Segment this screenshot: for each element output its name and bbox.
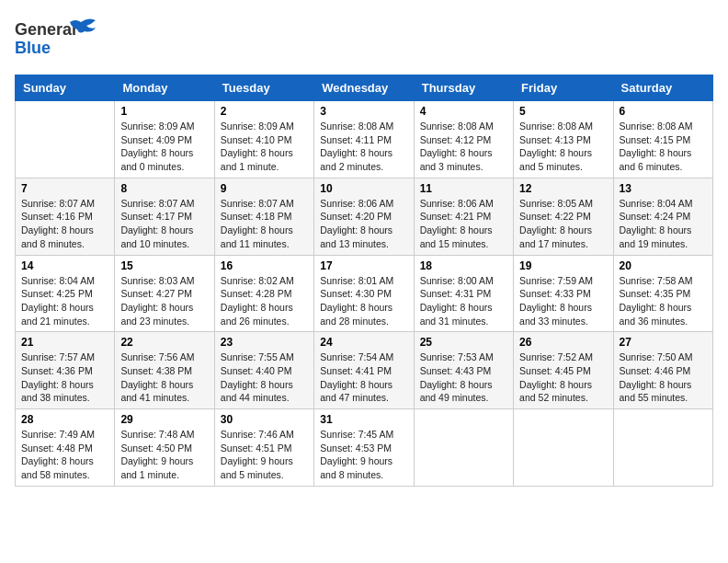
day-cell: 25Sunrise: 7:53 AMSunset: 4:43 PMDayligh…: [414, 332, 513, 409]
page-header: General Blue: [15, 15, 713, 65]
day-info: Sunrise: 7:48 AMSunset: 4:50 PMDaylight:…: [120, 428, 208, 482]
day-info: Sunrise: 8:08 AMSunset: 4:15 PMDaylight:…: [620, 120, 707, 174]
weekday-header-wednesday: Wednesday: [314, 75, 414, 101]
day-info: Sunrise: 7:46 AMSunset: 4:51 PMDaylight:…: [221, 428, 308, 482]
day-cell: 15Sunrise: 8:03 AMSunset: 4:27 PMDayligh…: [115, 255, 214, 332]
day-info: Sunrise: 7:56 AMSunset: 4:38 PMDaylight:…: [120, 350, 208, 405]
day-number: 14: [21, 259, 108, 272]
svg-text:Blue: Blue: [15, 39, 51, 57]
weekday-header-tuesday: Tuesday: [214, 75, 313, 101]
day-info: Sunrise: 7:59 AMSunset: 4:33 PMDaylight:…: [519, 274, 607, 328]
day-number: 11: [420, 182, 507, 195]
day-info: Sunrise: 7:45 AMSunset: 4:53 PMDaylight:…: [320, 428, 407, 482]
day-info: Sunrise: 8:04 AMSunset: 4:25 PMDaylight:…: [21, 274, 108, 328]
svg-text:General: General: [15, 20, 76, 39]
day-info: Sunrise: 8:05 AMSunset: 4:22 PMDaylight:…: [519, 197, 607, 251]
day-number: 4: [420, 105, 507, 118]
logo-svg: General Blue: [15, 15, 107, 65]
day-info: Sunrise: 8:07 AMSunset: 4:17 PMDaylight:…: [120, 197, 208, 251]
day-number: 25: [420, 336, 507, 349]
day-info: Sunrise: 7:58 AMSunset: 4:35 PMDaylight:…: [620, 274, 707, 328]
day-cell: 29Sunrise: 7:48 AMSunset: 4:50 PMDayligh…: [115, 409, 214, 487]
day-cell: [514, 409, 613, 487]
day-info: Sunrise: 7:57 AMSunset: 4:36 PMDaylight:…: [21, 350, 108, 405]
day-cell: 5Sunrise: 8:08 AMSunset: 4:13 PMDaylight…: [514, 101, 613, 178]
day-cell: 28Sunrise: 7:49 AMSunset: 4:48 PMDayligh…: [16, 409, 115, 487]
weekday-header-sunday: Sunday: [16, 75, 115, 101]
day-info: Sunrise: 8:08 AMSunset: 4:13 PMDaylight:…: [519, 120, 607, 174]
day-info: Sunrise: 7:52 AMSunset: 4:45 PMDaylight:…: [519, 350, 607, 405]
day-info: Sunrise: 8:07 AMSunset: 4:16 PMDaylight:…: [21, 197, 108, 251]
weekday-header-thursday: Thursday: [414, 75, 513, 101]
day-number: 3: [320, 105, 407, 118]
day-number: 1: [120, 105, 208, 118]
day-number: 27: [620, 336, 707, 349]
day-cell: 12Sunrise: 8:05 AMSunset: 4:22 PMDayligh…: [514, 178, 613, 255]
week-row-1: 1Sunrise: 8:09 AMSunset: 4:09 PMDaylight…: [16, 101, 713, 178]
day-number: 16: [221, 259, 308, 272]
weekday-header-saturday: Saturday: [613, 75, 712, 101]
day-info: Sunrise: 8:06 AMSunset: 4:21 PMDaylight:…: [420, 197, 507, 251]
day-info: Sunrise: 8:03 AMSunset: 4:27 PMDaylight:…: [120, 274, 208, 328]
day-number: 6: [620, 105, 707, 118]
day-number: 18: [420, 259, 507, 272]
day-cell: 30Sunrise: 7:46 AMSunset: 4:51 PMDayligh…: [214, 409, 313, 487]
day-cell: 4Sunrise: 8:08 AMSunset: 4:12 PMDaylight…: [414, 101, 513, 178]
day-cell: 17Sunrise: 8:01 AMSunset: 4:30 PMDayligh…: [314, 255, 414, 332]
day-cell: 8Sunrise: 8:07 AMSunset: 4:17 PMDaylight…: [115, 178, 214, 255]
day-number: 19: [519, 259, 607, 272]
day-cell: 20Sunrise: 7:58 AMSunset: 4:35 PMDayligh…: [613, 255, 712, 332]
day-number: 31: [320, 413, 407, 426]
day-number: 2: [221, 105, 308, 118]
day-cell: 31Sunrise: 7:45 AMSunset: 4:53 PMDayligh…: [314, 409, 414, 487]
day-info: Sunrise: 8:02 AMSunset: 4:28 PMDaylight:…: [221, 274, 308, 328]
day-cell: [414, 409, 513, 487]
day-cell: 10Sunrise: 8:06 AMSunset: 4:20 PMDayligh…: [314, 178, 414, 255]
day-cell: [16, 101, 115, 178]
day-info: Sunrise: 8:09 AMSunset: 4:10 PMDaylight:…: [221, 120, 308, 174]
day-cell: 3Sunrise: 8:08 AMSunset: 4:11 PMDaylight…: [314, 101, 414, 178]
day-cell: 21Sunrise: 7:57 AMSunset: 4:36 PMDayligh…: [16, 332, 115, 409]
day-number: 8: [120, 182, 208, 195]
day-number: 30: [221, 413, 308, 426]
day-number: 26: [519, 336, 607, 349]
week-row-3: 14Sunrise: 8:04 AMSunset: 4:25 PMDayligh…: [16, 255, 713, 332]
day-number: 15: [120, 259, 208, 272]
day-cell: 19Sunrise: 7:59 AMSunset: 4:33 PMDayligh…: [514, 255, 613, 332]
day-cell: 22Sunrise: 7:56 AMSunset: 4:38 PMDayligh…: [115, 332, 214, 409]
day-info: Sunrise: 7:53 AMSunset: 4:43 PMDaylight:…: [420, 350, 507, 405]
weekday-header-monday: Monday: [115, 75, 214, 101]
day-info: Sunrise: 8:00 AMSunset: 4:31 PMDaylight:…: [420, 274, 507, 328]
day-cell: 26Sunrise: 7:52 AMSunset: 4:45 PMDayligh…: [514, 332, 613, 409]
day-cell: 6Sunrise: 8:08 AMSunset: 4:15 PMDaylight…: [613, 101, 712, 178]
day-number: 23: [221, 336, 308, 349]
calendar-table: SundayMondayTuesdayWednesdayThursdayFrid…: [15, 75, 713, 487]
day-cell: 2Sunrise: 8:09 AMSunset: 4:10 PMDaylight…: [214, 101, 313, 178]
week-row-2: 7Sunrise: 8:07 AMSunset: 4:16 PMDaylight…: [16, 178, 713, 255]
day-number: 12: [519, 182, 607, 195]
weekday-header-friday: Friday: [514, 75, 613, 101]
day-cell: [613, 409, 712, 487]
day-cell: 9Sunrise: 8:07 AMSunset: 4:18 PMDaylight…: [214, 178, 313, 255]
day-cell: 14Sunrise: 8:04 AMSunset: 4:25 PMDayligh…: [16, 255, 115, 332]
day-info: Sunrise: 7:49 AMSunset: 4:48 PMDaylight:…: [21, 428, 108, 482]
day-cell: 23Sunrise: 7:55 AMSunset: 4:40 PMDayligh…: [214, 332, 313, 409]
day-cell: 27Sunrise: 7:50 AMSunset: 4:46 PMDayligh…: [613, 332, 712, 409]
weekday-header-row: SundayMondayTuesdayWednesdayThursdayFrid…: [16, 75, 713, 101]
day-cell: 13Sunrise: 8:04 AMSunset: 4:24 PMDayligh…: [613, 178, 712, 255]
day-number: 5: [519, 105, 607, 118]
day-info: Sunrise: 8:08 AMSunset: 4:11 PMDaylight:…: [320, 120, 407, 174]
day-number: 17: [320, 259, 407, 272]
day-number: 13: [620, 182, 707, 195]
day-info: Sunrise: 8:09 AMSunset: 4:09 PMDaylight:…: [120, 120, 208, 174]
day-info: Sunrise: 8:04 AMSunset: 4:24 PMDaylight:…: [620, 197, 707, 251]
day-number: 9: [221, 182, 308, 195]
week-row-5: 28Sunrise: 7:49 AMSunset: 4:48 PMDayligh…: [16, 409, 713, 487]
day-cell: 24Sunrise: 7:54 AMSunset: 4:41 PMDayligh…: [314, 332, 414, 409]
day-info: Sunrise: 7:54 AMSunset: 4:41 PMDaylight:…: [320, 350, 407, 405]
day-cell: 18Sunrise: 8:00 AMSunset: 4:31 PMDayligh…: [414, 255, 513, 332]
day-cell: 7Sunrise: 8:07 AMSunset: 4:16 PMDaylight…: [16, 178, 115, 255]
day-number: 22: [120, 336, 208, 349]
day-cell: 1Sunrise: 8:09 AMSunset: 4:09 PMDaylight…: [115, 101, 214, 178]
day-number: 29: [120, 413, 208, 426]
